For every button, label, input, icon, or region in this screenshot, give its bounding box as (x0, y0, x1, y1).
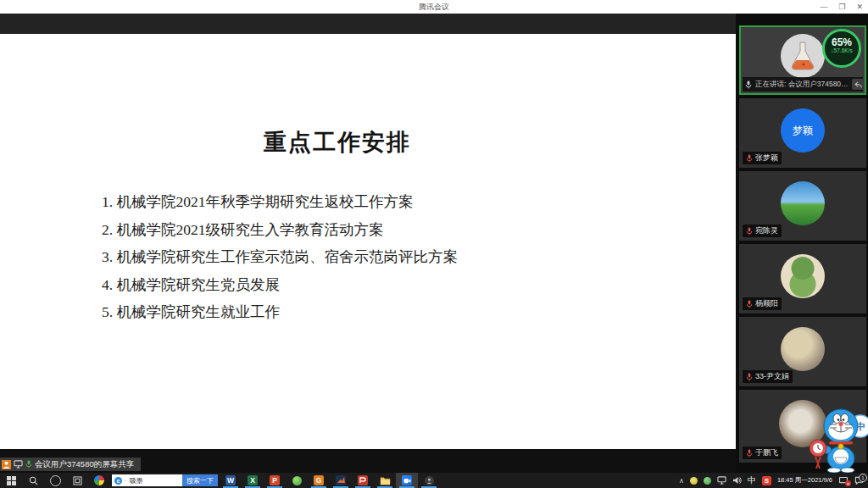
participant-name: 宛陈灵 (755, 225, 778, 236)
participant-name: 33-尹文娟 (755, 371, 789, 382)
reply-arrow-icon[interactable] (852, 79, 863, 90)
slide-title: 重点工作安排 (0, 127, 675, 158)
tray-ime-indicator[interactable]: 中 (748, 474, 756, 486)
taskbar-app-green[interactable] (286, 473, 308, 488)
window-title: 腾讯会议 (0, 0, 868, 14)
video-tile[interactable]: 宛陈灵 (739, 171, 866, 241)
name-label: 33-尹文娟 (743, 370, 793, 383)
taskbar-app-powerpoint[interactable]: P (264, 473, 286, 488)
alert-badge: ✕ (845, 480, 851, 486)
mic-muted-icon (746, 373, 753, 381)
cortana-icon (50, 475, 61, 486)
mic-muted-icon (746, 227, 753, 236)
avatar-photo (781, 327, 825, 371)
slide-list-item: 4. 机械学院研究生党员发展 (102, 271, 458, 299)
taskbar-app-excel[interactable]: X (242, 473, 264, 488)
tray-yellow-icon[interactable] (690, 477, 698, 485)
slide-list-item: 1. 机械学院2021年秋季学期研究生返校工作方案 (102, 188, 458, 216)
shared-slide: 重点工作安排 1. 机械学院2021年秋季学期研究生返校工作方案 2. 机械学院… (0, 34, 736, 449)
excel-icon: X (248, 475, 258, 485)
mic-active-icon (745, 80, 752, 89)
search-go-button[interactable]: 搜索一下 (182, 474, 218, 486)
video-tile[interactable]: 梦颖 张梦颖 (739, 98, 866, 168)
speaking-status-bar: 正在讲话: 会议用户374580… (743, 77, 863, 92)
word-icon: W (225, 475, 236, 485)
shared-screen-top-band (0, 14, 736, 34)
taskbar-app-g[interactable]: G (308, 473, 330, 488)
name-label: 于鹏飞 (743, 446, 782, 459)
slide-list-item: 3. 机械学院研究生工作室示范岗、宿舍示范岗评比方案 (102, 243, 458, 271)
green-app-icon (292, 476, 302, 485)
avatar-text: 梦颖 (793, 124, 813, 138)
slide-list-item: 2. 机械学院2021级研究生入学教育活动方案 (102, 216, 458, 244)
window-titlebar: 腾讯会议 — ❐ ✕ (0, 0, 868, 14)
mic-muted-icon (746, 154, 753, 163)
presenter-avatar-icon (2, 460, 11, 469)
start-button[interactable] (0, 473, 22, 488)
tray-sogou-icon[interactable]: S (762, 476, 771, 485)
cpu-percent: 65% (825, 37, 859, 47)
tray-volume-icon[interactable] (732, 476, 742, 485)
slide-list-item: 5. 机械学院研究生就业工作 (102, 298, 458, 326)
pinwheel-app-button[interactable] (88, 473, 110, 488)
folder-icon (380, 476, 391, 485)
pinwheel-icon (94, 475, 104, 485)
taskbar-app-meeting[interactable] (396, 473, 418, 488)
matlab-icon (336, 475, 346, 485)
person-app-icon (425, 476, 434, 485)
tencent-meeting-icon (402, 475, 412, 485)
tray-chevron-up[interactable]: ∧ (679, 477, 684, 485)
avatar-cartoon-photo (781, 254, 825, 298)
tray-clock[interactable]: 18:45 周一 2021/9/6 (777, 477, 832, 485)
g-app-icon: G (314, 475, 324, 485)
doraemon-desktop-pet[interactable]: 中 (807, 404, 868, 473)
task-view-button[interactable] (66, 473, 88, 488)
tray-time: 18:45 周一 (777, 477, 808, 485)
screen-share-indicator[interactable]: 会议用户374580的屏幕共享 (0, 458, 141, 471)
browser-e-icon: e (114, 477, 122, 485)
windows-logo-icon (7, 476, 16, 485)
slide-list: 1. 机械学院2021年秋季学期研究生返校工作方案 2. 机械学院2021级研究… (102, 188, 458, 326)
tray-network-icon[interactable] (717, 476, 726, 485)
taskbar-app-word[interactable]: W (220, 473, 242, 488)
notification-count-badge: 1 (859, 474, 867, 482)
maximize-button[interactable]: ❐ (838, 3, 845, 11)
taskbar-search-box[interactable]: e · 吸墨 搜索一下 (112, 474, 218, 486)
video-tile[interactable]: 33-尹文娟 (739, 317, 866, 386)
network-quality-badge: 65% ↓57.6K/s (822, 29, 861, 68)
minimize-button[interactable]: — (820, 3, 827, 11)
windows-taskbar: e · 吸墨 搜索一下 W X P G (0, 473, 868, 488)
search-icon (29, 476, 38, 485)
tencent-meeting-window: 腾讯会议 — ❐ ✕ 重点工作安排 1. 机械学院2021年秋季学期研究生返校工… (0, 0, 868, 488)
participant-name: 杨顺阳 (755, 298, 778, 309)
taskbar-app-red[interactable] (352, 473, 374, 488)
download-rate: ↓57.6K/s (825, 47, 859, 54)
search-hotword: 吸墨 (130, 476, 143, 485)
tray-date: 2021/9/6 (808, 477, 832, 485)
participant-name: 张梦颖 (755, 152, 778, 164)
speaking-status-text: 正在讲话: 会议用户374580… (755, 80, 849, 90)
notification-center-icon[interactable]: 1 (854, 476, 864, 485)
mic-muted-icon (746, 300, 753, 308)
tray-green-icon[interactable] (704, 477, 711, 485)
taskbar-app-explorer[interactable] (374, 473, 396, 488)
tray-screen-alert-icon[interactable]: ✕ (838, 476, 849, 485)
name-label: 张梦颖 (743, 152, 782, 164)
name-label: 宛陈灵 (743, 225, 782, 237)
screen-icon (14, 460, 23, 469)
cortana-button[interactable] (44, 473, 66, 488)
share-label: 会议用户374580的屏幕共享 (35, 459, 134, 470)
avatar-flask (781, 34, 825, 78)
close-button[interactable]: ✕ (856, 3, 863, 11)
task-view-icon (73, 476, 82, 485)
taskbar-app-matlab[interactable] (330, 473, 352, 488)
red-app-icon (358, 475, 368, 485)
audio-share-mic-icon (25, 460, 32, 469)
video-tile-active-speaker[interactable]: 65% ↓57.6K/s 正在讲话: 会议用户374580… (739, 25, 866, 95)
avatar-landscape-photo (781, 181, 825, 225)
taskbar-search-button[interactable] (22, 473, 44, 488)
avatar-initials: 梦颖 (781, 108, 825, 152)
video-tile[interactable]: 杨顺阳 (739, 244, 866, 313)
taskbar-app-dark[interactable] (418, 473, 440, 488)
participant-name: 于鹏飞 (755, 447, 778, 458)
